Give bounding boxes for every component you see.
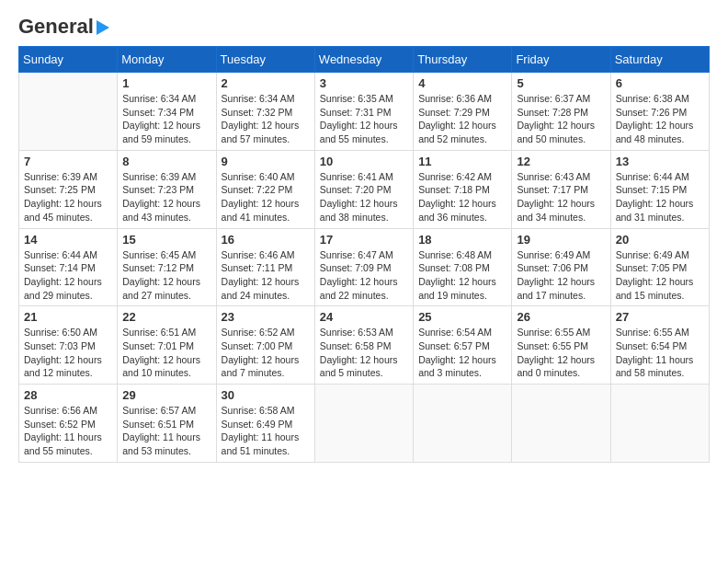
- table-row: 6Sunrise: 6:38 AM Sunset: 7:26 PM Daylig…: [610, 73, 709, 151]
- day-info: Sunrise: 6:38 AM Sunset: 7:26 PM Dayligh…: [616, 92, 704, 146]
- day-number: 19: [517, 233, 605, 247]
- col-saturday: Saturday: [610, 47, 709, 73]
- day-info: Sunrise: 6:55 AM Sunset: 6:55 PM Dayligh…: [517, 326, 605, 380]
- day-info: Sunrise: 6:54 AM Sunset: 6:57 PM Dayligh…: [418, 326, 506, 380]
- day-number: 17: [320, 233, 408, 247]
- day-number: 9: [222, 155, 310, 168]
- day-info: Sunrise: 6:44 AM Sunset: 7:15 PM Dayligh…: [616, 170, 704, 224]
- day-info: Sunrise: 6:36 AM Sunset: 7:29 PM Dayligh…: [418, 92, 506, 146]
- calendar-week-row: 21Sunrise: 6:50 AM Sunset: 7:03 PM Dayli…: [19, 306, 710, 385]
- day-number: 25: [418, 310, 506, 324]
- col-thursday: Thursday: [414, 47, 512, 73]
- table-row: 8Sunrise: 6:39 AM Sunset: 7:23 PM Daylig…: [118, 150, 216, 228]
- day-info: Sunrise: 6:50 AM Sunset: 7:03 PM Dayligh…: [24, 326, 112, 380]
- day-info: Sunrise: 6:41 AM Sunset: 7:20 PM Dayligh…: [320, 170, 408, 224]
- table-row: 20Sunrise: 6:49 AM Sunset: 7:05 PM Dayli…: [610, 228, 709, 306]
- day-info: Sunrise: 6:58 AM Sunset: 6:49 PM Dayligh…: [222, 404, 310, 458]
- logo: General: [18, 15, 109, 35]
- day-info: Sunrise: 6:34 AM Sunset: 7:34 PM Dayligh…: [122, 92, 210, 146]
- table-row: 2Sunrise: 6:34 AM Sunset: 7:32 PM Daylig…: [216, 73, 314, 151]
- table-row: [19, 73, 118, 151]
- day-number: 14: [24, 233, 112, 247]
- table-row: 15Sunrise: 6:45 AM Sunset: 7:12 PM Dayli…: [118, 228, 216, 306]
- logo-general: General: [18, 15, 94, 39]
- table-row: [414, 385, 512, 463]
- day-info: Sunrise: 6:47 AM Sunset: 7:09 PM Dayligh…: [320, 248, 408, 303]
- table-row: 12Sunrise: 6:43 AM Sunset: 7:17 PM Dayli…: [512, 150, 610, 228]
- day-info: Sunrise: 6:46 AM Sunset: 7:11 PM Dayligh…: [222, 248, 310, 303]
- table-row: 5Sunrise: 6:37 AM Sunset: 7:28 PM Daylig…: [512, 73, 610, 151]
- day-info: Sunrise: 6:37 AM Sunset: 7:28 PM Dayligh…: [517, 92, 605, 146]
- calendar-week-row: 1Sunrise: 6:34 AM Sunset: 7:34 PM Daylig…: [19, 73, 710, 151]
- table-row: 1Sunrise: 6:34 AM Sunset: 7:34 PM Daylig…: [118, 73, 216, 151]
- table-row: 7Sunrise: 6:39 AM Sunset: 7:25 PM Daylig…: [19, 150, 118, 228]
- day-number: 16: [222, 233, 310, 247]
- day-info: Sunrise: 6:55 AM Sunset: 6:54 PM Dayligh…: [616, 326, 704, 380]
- day-info: Sunrise: 6:45 AM Sunset: 7:12 PM Dayligh…: [122, 248, 210, 303]
- day-info: Sunrise: 6:39 AM Sunset: 7:25 PM Dayligh…: [24, 170, 112, 224]
- table-row: [314, 385, 413, 463]
- day-number: 13: [616, 155, 704, 168]
- day-info: Sunrise: 6:43 AM Sunset: 7:17 PM Dayligh…: [517, 170, 605, 224]
- col-tuesday: Tuesday: [216, 47, 314, 73]
- table-row: 4Sunrise: 6:36 AM Sunset: 7:29 PM Daylig…: [414, 73, 512, 151]
- day-number: 5: [517, 76, 605, 90]
- day-info: Sunrise: 6:39 AM Sunset: 7:23 PM Dayligh…: [122, 170, 210, 224]
- table-row: 30Sunrise: 6:58 AM Sunset: 6:49 PM Dayli…: [216, 385, 314, 463]
- day-number: 8: [122, 155, 210, 168]
- table-row: 17Sunrise: 6:47 AM Sunset: 7:09 PM Dayli…: [314, 228, 413, 306]
- table-row: 21Sunrise: 6:50 AM Sunset: 7:03 PM Dayli…: [19, 306, 118, 385]
- table-row: 22Sunrise: 6:51 AM Sunset: 7:01 PM Dayli…: [118, 306, 216, 385]
- day-number: 6: [616, 76, 704, 90]
- day-number: 3: [320, 76, 408, 90]
- day-number: 29: [122, 388, 210, 402]
- day-info: Sunrise: 6:52 AM Sunset: 7:00 PM Dayligh…: [222, 326, 310, 380]
- calendar-header-row: Sunday Monday Tuesday Wednesday Thursday…: [19, 47, 710, 73]
- day-info: Sunrise: 6:51 AM Sunset: 7:01 PM Dayligh…: [122, 326, 210, 380]
- day-number: 27: [616, 310, 704, 324]
- day-number: 20: [616, 233, 704, 247]
- day-number: 18: [418, 233, 506, 247]
- day-info: Sunrise: 6:49 AM Sunset: 7:06 PM Dayligh…: [517, 248, 605, 303]
- day-number: 1: [122, 76, 210, 90]
- table-row: 14Sunrise: 6:44 AM Sunset: 7:14 PM Dayli…: [19, 228, 118, 306]
- logo-arrow-icon: [97, 20, 109, 35]
- day-number: 26: [517, 310, 605, 324]
- day-info: Sunrise: 6:35 AM Sunset: 7:31 PM Dayligh…: [320, 92, 408, 146]
- page-header: General: [18, 15, 710, 35]
- day-number: 28: [24, 388, 112, 402]
- day-number: 12: [517, 155, 605, 168]
- col-monday: Monday: [118, 47, 216, 73]
- table-row: 3Sunrise: 6:35 AM Sunset: 7:31 PM Daylig…: [314, 73, 413, 151]
- table-row: 18Sunrise: 6:48 AM Sunset: 7:08 PM Dayli…: [414, 228, 512, 306]
- table-row: 29Sunrise: 6:57 AM Sunset: 6:51 PM Dayli…: [118, 385, 216, 463]
- day-info: Sunrise: 6:53 AM Sunset: 6:58 PM Dayligh…: [320, 326, 408, 380]
- table-row: 27Sunrise: 6:55 AM Sunset: 6:54 PM Dayli…: [610, 306, 709, 385]
- calendar-week-row: 28Sunrise: 6:56 AM Sunset: 6:52 PM Dayli…: [19, 385, 710, 463]
- day-number: 15: [122, 233, 210, 247]
- day-info: Sunrise: 6:34 AM Sunset: 7:32 PM Dayligh…: [222, 92, 310, 146]
- table-row: 23Sunrise: 6:52 AM Sunset: 7:00 PM Dayli…: [216, 306, 314, 385]
- day-info: Sunrise: 6:49 AM Sunset: 7:05 PM Dayligh…: [616, 248, 704, 303]
- day-info: Sunrise: 6:48 AM Sunset: 7:08 PM Dayligh…: [418, 248, 506, 303]
- table-row: [512, 385, 610, 463]
- table-row: 10Sunrise: 6:41 AM Sunset: 7:20 PM Dayli…: [314, 150, 413, 228]
- day-info: Sunrise: 6:42 AM Sunset: 7:18 PM Dayligh…: [418, 170, 506, 224]
- day-number: 21: [24, 310, 112, 324]
- day-info: Sunrise: 6:40 AM Sunset: 7:22 PM Dayligh…: [222, 170, 310, 224]
- col-friday: Friday: [512, 47, 610, 73]
- day-number: 7: [24, 155, 112, 168]
- day-number: 24: [320, 310, 408, 324]
- day-number: 11: [418, 155, 506, 168]
- day-info: Sunrise: 6:56 AM Sunset: 6:52 PM Dayligh…: [24, 404, 112, 458]
- table-row: 26Sunrise: 6:55 AM Sunset: 6:55 PM Dayli…: [512, 306, 610, 385]
- col-sunday: Sunday: [19, 47, 118, 73]
- table-row: 19Sunrise: 6:49 AM Sunset: 7:06 PM Dayli…: [512, 228, 610, 306]
- day-number: 10: [320, 155, 408, 168]
- table-row: 24Sunrise: 6:53 AM Sunset: 6:58 PM Dayli…: [314, 306, 413, 385]
- table-row: 13Sunrise: 6:44 AM Sunset: 7:15 PM Dayli…: [610, 150, 709, 228]
- day-number: 2: [222, 76, 310, 90]
- day-number: 30: [222, 388, 310, 402]
- calendar-week-row: 14Sunrise: 6:44 AM Sunset: 7:14 PM Dayli…: [19, 228, 710, 306]
- table-row: 9Sunrise: 6:40 AM Sunset: 7:22 PM Daylig…: [216, 150, 314, 228]
